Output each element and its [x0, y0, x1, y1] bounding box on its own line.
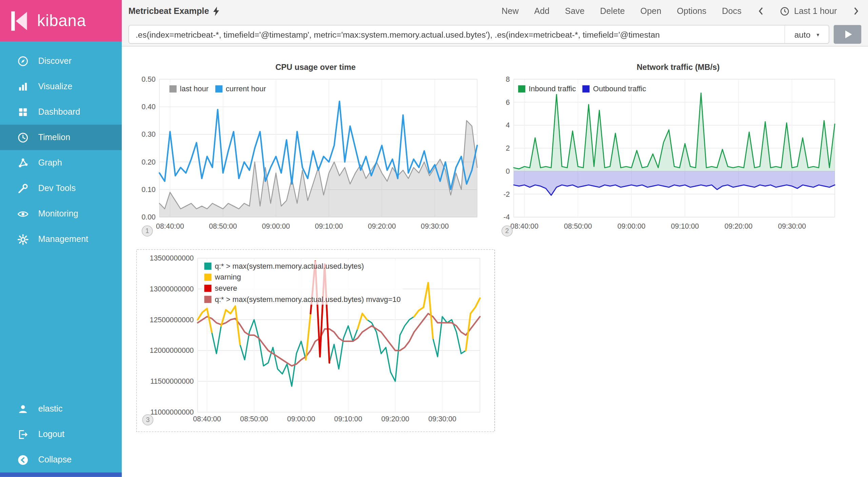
legend-item: last hour: [170, 85, 209, 93]
svg-text:09:10:00: 09:10:00: [671, 222, 699, 230]
svg-text:09:30:00: 09:30:00: [428, 415, 456, 423]
svg-text:09:00:00: 09:00:00: [287, 415, 315, 423]
svg-text:2: 2: [506, 144, 510, 152]
play-icon: [845, 31, 852, 38]
sidebar-item-monitoring[interactable]: Monitoring: [0, 201, 122, 227]
legend-label: severe: [215, 284, 237, 292]
nav-delete-button[interactable]: Delete: [600, 6, 625, 16]
nav-save-button[interactable]: Save: [565, 6, 585, 16]
sidebar-item-label: elastic: [38, 404, 63, 414]
svg-text:8: 8: [506, 75, 510, 83]
timepicker-button[interactable]: Last 1 hour: [780, 6, 837, 16]
legend-item: severe: [204, 284, 237, 292]
collapse-button[interactable]: Collapse: [0, 447, 122, 473]
svg-text:0: 0: [506, 167, 510, 175]
kibana-logo-text: kibana: [37, 12, 86, 30]
svg-text:0.00: 0.00: [141, 213, 155, 221]
caret-down-icon: ▾: [816, 31, 819, 37]
svg-text:09:30:00: 09:30:00: [421, 222, 449, 230]
svg-text:09:20:00: 09:20:00: [368, 222, 396, 230]
svg-text:4: 4: [506, 121, 510, 129]
legend-label: Inbound traffic: [529, 85, 576, 93]
sidebar-item-label: Graph: [38, 158, 62, 168]
legend-label: Outbound traffic: [593, 85, 646, 93]
sidebar-item-management[interactable]: Management: [0, 227, 122, 252]
interval-value: auto: [794, 30, 811, 39]
kibana-app: kibana Discover Visualize Dashboard: [0, 0, 868, 477]
legend-label: warning: [215, 273, 241, 281]
eye-icon: [17, 208, 29, 220]
sidebar-menu: Discover Visualize Dashboard Timelion: [0, 41, 122, 252]
legend-item: Outbound traffic: [583, 85, 646, 93]
sidebar-item-label: Dashboard: [38, 107, 80, 117]
svg-text:08:50:00: 08:50:00: [240, 415, 268, 423]
chart-legend: q:* > max(system.memory.actual.used.byte…: [202, 261, 403, 305]
svg-text:0.10: 0.10: [141, 186, 155, 193]
sidebar-item-dev-tools[interactable]: Dev Tools: [0, 176, 122, 201]
sidebar-item-graph[interactable]: Graph: [0, 150, 122, 175]
svg-text:12500000000: 12500000000: [150, 316, 194, 324]
dashboard-grid-icon: [17, 106, 29, 118]
sidebar-item-discover[interactable]: Discover: [0, 48, 122, 74]
legend-swatch-icon: [204, 274, 211, 281]
sidebar-item-elastic-user[interactable]: elastic: [0, 396, 122, 421]
nav-options-button[interactable]: Options: [677, 6, 706, 16]
svg-text:08:50:00: 08:50:00: [564, 222, 592, 230]
chart-order-badge: 1: [142, 225, 153, 236]
compass-icon: [17, 55, 29, 67]
run-query-button[interactable]: [834, 25, 862, 44]
svg-text:08:40:00: 08:40:00: [193, 415, 221, 423]
nav-open-button[interactable]: Open: [640, 6, 662, 16]
svg-text:09:00:00: 09:00:00: [617, 222, 646, 230]
legend-swatch-icon: [204, 263, 211, 270]
chart-panel-memory-selected[interactable]: 1100000000011500000000120000000001250000…: [136, 249, 495, 432]
graph-nodes-icon: [17, 157, 29, 169]
gear-icon: [17, 233, 29, 245]
legend-item: q:* > max(system.memory.actual.used.byte…: [204, 262, 364, 270]
toolbar-nav: New Add Save Delete Open Options Docs La…: [501, 6, 860, 16]
chart-legend: last hour current hour: [167, 84, 268, 94]
svg-text:12000000000: 12000000000: [150, 346, 194, 354]
sidebar: kibana Discover Visualize Dashboard: [0, 0, 122, 477]
svg-text:-4: -4: [504, 213, 510, 221]
svg-text:13000000000: 13000000000: [150, 285, 194, 293]
sidebar-item-timelion[interactable]: Timelion: [0, 125, 122, 150]
legend-item: warning: [204, 273, 241, 281]
sidebar-item-label: Discover: [38, 56, 72, 66]
kibana-logo-icon: [7, 8, 32, 33]
svg-text:6: 6: [506, 98, 510, 106]
legend-swatch-icon: [518, 85, 525, 92]
bar-chart-icon: [17, 80, 29, 93]
nav-docs-button[interactable]: Docs: [722, 6, 742, 16]
svg-text:09:10:00: 09:10:00: [334, 415, 362, 423]
svg-text:11000000000: 11000000000: [150, 408, 194, 416]
sidebar-item-visualize[interactable]: Visualize: [0, 74, 122, 99]
legend-swatch-icon: [204, 296, 211, 303]
query-bar: auto ▾: [129, 25, 829, 44]
interval-select[interactable]: auto ▾: [784, 25, 829, 43]
chart-panel-cpu[interactable]: CPU usage over time 0.000.100.200.300.40…: [136, 58, 495, 242]
nav-new-button[interactable]: New: [501, 6, 519, 16]
sidebar-bottom-strip: [0, 473, 122, 477]
time-range-label: Last 1 hour: [794, 6, 837, 16]
chart-panel-network[interactable]: Network traffic (MB/s) -4-20246808:40:00…: [501, 58, 855, 242]
time-back-button[interactable]: [757, 7, 765, 16]
sidebar-item-label: Monitoring: [38, 209, 78, 219]
query-row: auto ▾: [122, 22, 868, 46]
svg-text:13500000000: 13500000000: [150, 254, 194, 262]
svg-text:0.30: 0.30: [141, 130, 155, 138]
nav-add-button[interactable]: Add: [534, 6, 550, 16]
timelion-query-input[interactable]: [129, 25, 784, 43]
legend-swatch-icon: [215, 85, 222, 92]
toolbar-row: Metricbeat Example New Add Save Delete O…: [122, 0, 868, 22]
logout-button[interactable]: Logout: [0, 421, 122, 447]
kibana-logo[interactable]: kibana: [0, 0, 122, 41]
sidebar-footer: elastic Logout Collapse: [0, 396, 122, 472]
time-forward-button[interactable]: [852, 7, 860, 16]
page-title: Metricbeat Example: [129, 6, 209, 16]
chart-order-badge: 2: [501, 225, 513, 236]
collapse-arrow-icon: [17, 454, 29, 466]
legend-swatch-icon: [170, 85, 177, 92]
wrench-icon: [17, 182, 29, 194]
sidebar-item-dashboard[interactable]: Dashboard: [0, 99, 122, 125]
